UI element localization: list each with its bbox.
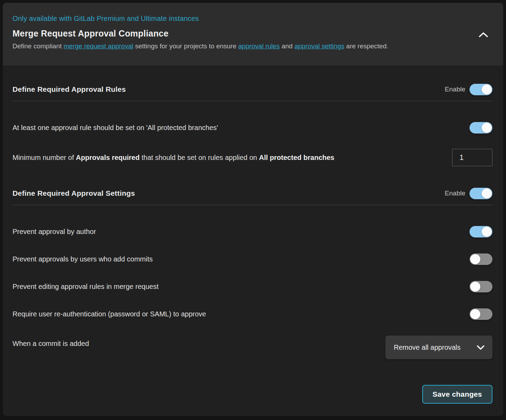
page-title: Merge Request Approval Compliance [13, 29, 489, 39]
setting-label: When a commit is added [13, 340, 89, 348]
setting-label: Prevent approval by author [13, 228, 96, 236]
enable-label: Enable [445, 189, 465, 197]
collapse-section-button[interactable] [478, 31, 489, 39]
settings-content: Define Required Approval Rules Enable At… [3, 81, 503, 404]
enable-label: Enable [445, 86, 465, 93]
merge-request-approval-link[interactable]: merge request approval [64, 42, 133, 50]
premium-notice: Only available with GitLab Premium and U… [13, 15, 489, 23]
approval-settings-heading: Define Required Approval Settings [13, 189, 135, 197]
description-text: are respected. [344, 42, 389, 50]
prevent-approvals-by-committers-toggle[interactable] [470, 253, 492, 265]
approval-settings-link[interactable]: approval settings [294, 42, 344, 50]
setting-label: Prevent approvals by users who add commi… [13, 255, 153, 263]
approval-settings-enable: Enable [445, 188, 492, 199]
description-text: Define compliant [13, 42, 64, 50]
footer-actions: Save changes [13, 385, 492, 404]
dropdown-selected-value: Remove all approvals [394, 344, 460, 352]
chevron-up-icon [479, 32, 488, 38]
setting-row: Prevent approval by author [13, 223, 492, 240]
approval-settings-enable-toggle[interactable] [470, 188, 492, 199]
setting-row: Prevent editing approval rules in merge … [13, 278, 492, 295]
prevent-editing-approval-rules-toggle[interactable] [470, 281, 492, 292]
setting-row: At least one approval rule should be set… [13, 119, 492, 136]
setting-label: Require user re-authentication (password… [13, 310, 206, 318]
prevent-approval-by-author-toggle[interactable] [470, 226, 492, 237]
setting-row: Prevent approvals by users who add commi… [13, 251, 492, 267]
approval-rules-heading: Define Required Approval Rules [13, 85, 126, 94]
toggle-knob [470, 309, 480, 319]
toggle-knob [482, 188, 492, 199]
toggle-knob [482, 123, 492, 133]
setting-label: Prevent editing approval rules in merge … [13, 283, 158, 291]
approval-rules-heading-row: Define Required Approval Rules Enable [13, 81, 492, 97]
setting-row: Minimum number of Approvals required tha… [13, 149, 492, 166]
settings-panel: Only available with GitLab Premium and U… [3, 3, 503, 416]
require-reauthentication-toggle[interactable] [470, 308, 492, 320]
commit-added-action-dropdown[interactable]: Remove all approvals [385, 336, 492, 359]
toggle-knob [482, 84, 492, 95]
approval-settings-heading-row: Define Required Approval Settings Enable [13, 185, 492, 201]
min-rule-toggle[interactable] [470, 122, 492, 134]
toggle-knob [482, 227, 492, 237]
setting-row: Require user re-authentication (password… [13, 306, 492, 322]
toggle-knob [470, 254, 480, 264]
divider [13, 101, 492, 101]
divider [13, 205, 492, 205]
approval-rules-enable: Enable [445, 84, 492, 95]
approval-rules-link[interactable]: approval rules [238, 42, 280, 50]
section-description: Define compliant merge request approval … [13, 42, 489, 50]
chevron-down-icon [476, 345, 485, 350]
section-header: Only available with GitLab Premium and U… [3, 3, 503, 65]
save-changes-button[interactable]: Save changes [422, 385, 492, 404]
min-approvals-input[interactable] [452, 149, 492, 166]
approval-rules-enable-toggle[interactable] [470, 84, 492, 95]
description-text: settings for your projects to ensure [133, 42, 238, 50]
setting-label: Minimum number of Approvals required tha… [13, 154, 334, 162]
setting-row: When a commit is added Remove all approv… [13, 336, 492, 359]
toggle-knob [470, 282, 480, 292]
description-text: and [280, 42, 294, 50]
setting-label: At least one approval rule should be set… [13, 124, 218, 132]
